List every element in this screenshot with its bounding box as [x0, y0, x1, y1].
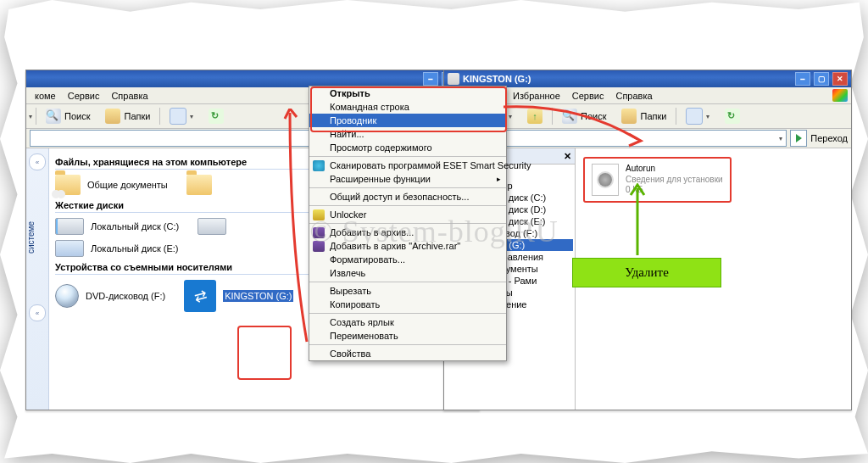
context-menu-item[interactable]: Командная строка	[309, 100, 506, 114]
collapse-icon[interactable]: «	[29, 304, 46, 321]
context-menu-item[interactable]: Расширенные функции	[309, 172, 506, 186]
label: Папки	[640, 111, 666, 121]
hdd-icon	[55, 218, 84, 235]
maximize-button[interactable]: ▢	[814, 72, 829, 86]
go-label: Переход	[810, 133, 848, 143]
views-button[interactable]: ▾	[164, 106, 199, 126]
gear-icon	[598, 173, 612, 187]
window-title: KINGSTON (G:)	[463, 74, 531, 84]
usb-icon	[184, 280, 216, 312]
folders-button[interactable]: Папки	[99, 106, 156, 126]
rar-icon	[313, 227, 325, 238]
search-button[interactable]: Поиск	[556, 106, 612, 126]
context-menu-item[interactable]: Добавить в архив...	[309, 226, 506, 239]
views-icon	[170, 108, 186, 125]
titlebar[interactable]: KINGSTON (G:) ‒ ▢ ✕	[444, 70, 851, 87]
label: Поиск	[64, 111, 90, 121]
context-menu-item[interactable]: Открыть	[309, 86, 506, 100]
item-user-docs[interactable]	[186, 175, 212, 195]
unl-icon	[313, 209, 325, 220]
search-button[interactable]: Поиск	[40, 106, 96, 126]
views-icon	[686, 108, 703, 125]
context-menu-item[interactable]: Создать ярлык	[309, 315, 506, 329]
eset-icon	[313, 160, 325, 171]
taskpane-label: системе	[26, 221, 36, 254]
task-pane: « системе « «	[26, 148, 49, 410]
item-drive-d[interactable]	[198, 218, 226, 235]
titlebar[interactable]: ‒ ▢ ✕	[26, 70, 479, 87]
folder-icon	[186, 175, 212, 195]
context-menu-item[interactable]: Копировать	[309, 298, 506, 311]
hdd-icon	[55, 240, 84, 257]
menu-item[interactable]: Сервис	[63, 89, 105, 103]
refresh-icon	[209, 109, 224, 124]
search-icon	[562, 109, 577, 124]
label: Поиск	[581, 111, 606, 121]
file-autorun[interactable]: Autorun Сведения для установки 0 КБ	[583, 157, 732, 203]
go-arrow-icon	[796, 134, 802, 142]
context-menu[interactable]: ОткрытьКомандная строкаПроводникНайти...…	[309, 86, 507, 361]
up-button[interactable]	[521, 106, 548, 126]
minimize-button[interactable]: ‒	[795, 72, 810, 86]
context-menu-item[interactable]: Форматировать...	[309, 253, 506, 266]
annotation-delete-label: Удалите	[572, 258, 721, 287]
drive-sysicon	[448, 73, 459, 85]
hdd-icon	[198, 218, 226, 235]
folder-icon	[621, 109, 637, 124]
label: DVD-дисковод (F:)	[86, 291, 165, 301]
search-icon	[46, 109, 61, 124]
folder-icon	[105, 109, 120, 124]
item-dvd[interactable]: DVD-дисковод (F:)	[55, 284, 165, 308]
item-usb-drive[interactable]: KINGSTON (G:)	[184, 280, 293, 312]
file-type: Сведения для установки	[626, 175, 723, 186]
context-menu-item[interactable]: Добавить в архив "Archive.rar"	[309, 239, 506, 253]
context-menu-item[interactable]: Вырезать	[309, 284, 506, 298]
menu-item[interactable]: Справка	[610, 89, 657, 103]
chevron-down-icon[interactable]: ▾	[779, 135, 782, 142]
item-drive-e[interactable]: Локальный диск (E:)	[55, 240, 179, 257]
context-menu-item[interactable]: Unlocker	[309, 208, 506, 221]
collapse-icon[interactable]: «	[29, 153, 46, 170]
folders-button[interactable]: Папки	[615, 106, 672, 126]
dvd-icon	[55, 284, 79, 308]
close-icon[interactable]: ✕	[564, 151, 571, 162]
context-menu-item[interactable]: Проводник	[309, 114, 506, 127]
menu-item[interactable]: коме	[30, 89, 61, 103]
refresh-button[interactable]	[203, 106, 230, 126]
label: Локальный диск (C:)	[91, 221, 179, 232]
menu-item[interactable]: Справка	[106, 89, 153, 103]
up-icon	[527, 109, 542, 124]
label: Общие документы	[87, 180, 168, 190]
close-button[interactable]: ✕	[832, 72, 848, 86]
refresh-button[interactable]	[719, 106, 746, 126]
file-size: 0 КБ	[626, 185, 723, 196]
win-logo-icon	[832, 89, 848, 102]
context-menu-item[interactable]: Извлечь	[309, 266, 506, 280]
item-drive-c[interactable]: Локальный диск (C:)	[55, 218, 179, 235]
label: Локальный диск (E:)	[91, 243, 179, 254]
minimize-button[interactable]: ‒	[423, 72, 438, 86]
go-button[interactable]	[790, 130, 807, 147]
menu-item[interactable]: Сервис	[567, 89, 609, 103]
file-icon	[592, 164, 619, 196]
context-menu-item[interactable]: Свойства	[309, 347, 506, 360]
context-menu-item[interactable]: Общий доступ и безопасность...	[309, 190, 506, 204]
refresh-icon	[725, 109, 740, 124]
label: Папки	[124, 111, 150, 121]
item-shared-docs[interactable]: Общие документы	[55, 175, 168, 195]
context-menu-item[interactable]: Найти...	[309, 127, 506, 141]
context-menu-item[interactable]: Сканировать программой ESET Smart Securi…	[309, 159, 506, 172]
folder-shared-icon	[55, 175, 81, 195]
file-name: Autorun	[626, 164, 723, 175]
label: KINGSTON (G:)	[223, 290, 293, 302]
context-menu-item[interactable]: Переименовать	[309, 329, 506, 343]
context-menu-item[interactable]: Просмотр содержимого	[309, 141, 506, 154]
rar-icon	[313, 241, 325, 252]
chevron-down-icon: ▾	[29, 113, 32, 120]
views-button[interactable]: ▾	[680, 106, 715, 126]
menu-item[interactable]: Избранное	[508, 89, 565, 103]
